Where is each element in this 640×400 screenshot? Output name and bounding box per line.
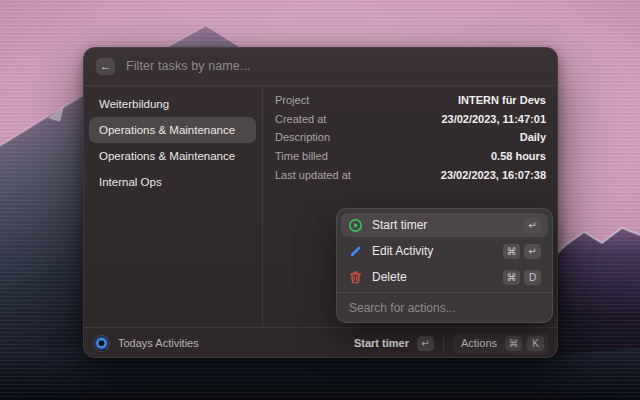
d-key-badge: D	[524, 270, 541, 285]
cmd-key-badge: ⌘	[505, 336, 522, 351]
detail-row: Created at 23/02/2023, 11:47:01	[263, 110, 558, 129]
task-list-item-selected[interactable]: Operations & Maintenance	[89, 117, 256, 143]
action-item-edit-activity[interactable]: Edit Activity ⌘ ↵	[341, 239, 548, 263]
extension-icon	[94, 336, 109, 351]
action-item-start-timer[interactable]: Start timer ↵	[341, 213, 548, 237]
search-bar: ← Filter tasks by name...	[83, 47, 558, 86]
primary-action-button[interactable]: Start timer	[354, 337, 409, 349]
cmd-key-badge: ⌘	[503, 270, 520, 285]
detail-label: Project	[275, 94, 309, 106]
trash-icon	[348, 270, 363, 285]
back-button[interactable]: ←	[96, 58, 115, 75]
action-label: Edit Activity	[372, 244, 494, 258]
task-list-item[interactable]: Weiterbildung	[89, 91, 256, 117]
back-arrow-icon: ←	[100, 60, 111, 72]
actions-search-input[interactable]: Search for actions...	[336, 292, 553, 322]
pencil-icon	[348, 244, 363, 259]
detail-label: Last updated at	[275, 169, 351, 181]
detail-label: Time billed	[275, 150, 328, 162]
detail-value: 23/02/2023, 16:07:38	[441, 169, 546, 181]
actions-button-label: Actions	[461, 337, 497, 349]
action-item-delete[interactable]: Delete ⌘ D	[341, 265, 548, 289]
action-label: Delete	[372, 270, 494, 284]
detail-row: Project INTERN für Devs	[263, 91, 558, 110]
task-list: Weiterbildung Operations & Maintenance O…	[83, 87, 263, 327]
task-list-item[interactable]: Internal Ops	[89, 169, 256, 195]
enter-key-badge: ↵	[524, 244, 541, 259]
detail-row: Time billed 0.58 hours	[263, 147, 558, 166]
status-bar: Todays Activities Start timer ↵ Actions …	[83, 327, 558, 358]
extension-name: Todays Activities	[118, 337, 199, 349]
actions-button[interactable]: Actions ⌘ K	[453, 333, 548, 354]
k-key-badge: K	[527, 336, 544, 351]
detail-row: Description Daily	[263, 128, 558, 147]
play-circle-icon	[348, 218, 363, 233]
detail-label: Created at	[275, 113, 326, 125]
cmd-key-badge: ⌘	[503, 244, 520, 259]
detail-value: 0.58 hours	[491, 150, 546, 162]
task-list-item[interactable]: Operations & Maintenance	[89, 143, 256, 169]
detail-label: Description	[275, 131, 330, 143]
enter-key-badge: ↵	[417, 336, 434, 351]
detail-value: INTERN für Devs	[458, 94, 546, 106]
enter-key-badge: ↵	[524, 218, 541, 233]
detail-value: 23/02/2023, 11:47:01	[441, 113, 546, 125]
detail-row: Last updated at 23/02/2023, 16:07:38	[263, 165, 558, 184]
search-input[interactable]: Filter tasks by name...	[126, 59, 545, 73]
footer-divider	[443, 336, 444, 350]
action-label: Start timer	[372, 218, 515, 232]
detail-value: Daily	[520, 131, 546, 143]
actions-menu: Start timer ↵ Edit Activity ⌘ ↵ Delete	[336, 208, 553, 323]
